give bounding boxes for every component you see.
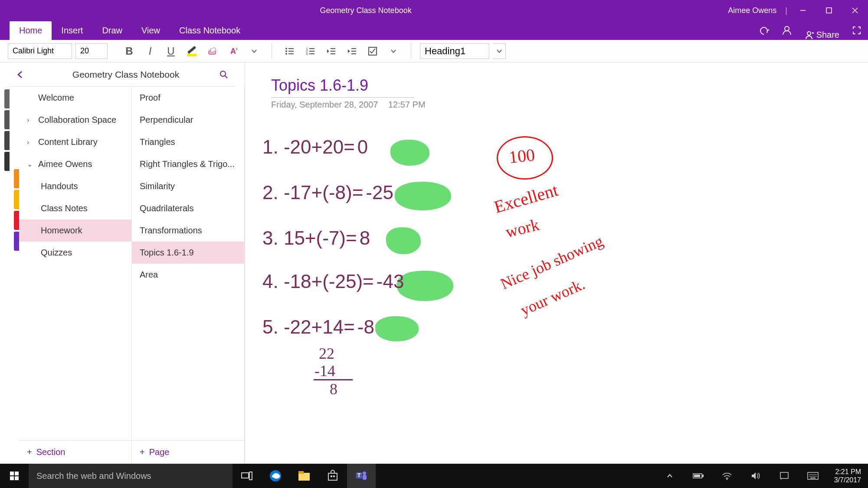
page-date: Friday, September 28, 2007 — [271, 100, 378, 109]
svg-rect-40 — [298, 471, 304, 474]
svg-rect-41 — [328, 473, 337, 480]
underline-button[interactable]: U — [162, 43, 180, 60]
page-title[interactable]: Topics 1.6-1.9 — [271, 76, 414, 98]
wifi-icon — [722, 472, 732, 480]
nav-search-button[interactable] — [219, 70, 228, 79]
sidebar-page-item[interactable]: Area — [132, 264, 244, 286]
sidebar-page-item[interactable]: Transformations — [132, 219, 244, 242]
sidebar-page-item[interactable]: Triangles — [132, 131, 244, 153]
notebook-color-tab[interactable] — [4, 152, 10, 171]
user-name[interactable]: Aimee Owens — [722, 6, 783, 15]
sidebar-section-item[interactable]: ›Collaboration Space — [19, 109, 131, 131]
sidebar-section-item[interactable]: Class Notes — [19, 197, 131, 219]
indent-icon — [347, 46, 357, 56]
share-label: Share — [816, 30, 839, 40]
sidebar-section-item[interactable]: ⌄Aimee Owens — [19, 153, 131, 175]
start-button[interactable] — [0, 464, 29, 488]
sidebar-section-item[interactable]: Quizzes — [19, 242, 131, 264]
add-section-button[interactable]: + Section — [19, 440, 131, 464]
clock-date: 3/7/2017 — [834, 476, 861, 484]
section-color-strip — [10, 87, 19, 464]
svg-point-4 — [785, 26, 789, 31]
problem-expression: -18+(-25)= — [284, 271, 374, 292]
tray-notifications[interactable] — [770, 464, 799, 488]
section-color-tab[interactable] — [14, 232, 19, 251]
feedback-line: Excellent — [491, 180, 560, 217]
more-formatting-button[interactable] — [246, 43, 263, 60]
taskbar-clock[interactable]: 2:21 PM 3/7/2017 — [827, 468, 868, 484]
chevron-down-icon: ⌄ — [27, 160, 34, 168]
sidebar-page-item[interactable]: Similarity — [132, 175, 244, 197]
folder-icon — [298, 470, 311, 481]
sidebar-section-item[interactable]: ›Content Library — [19, 131, 131, 153]
font-color-button[interactable]: A — [225, 43, 242, 60]
highlight-button[interactable] — [183, 43, 200, 60]
taskbar-teams[interactable]: T — [347, 464, 376, 488]
sidebar-page-item[interactable]: Proof — [132, 87, 244, 109]
font-size-input[interactable] — [75, 43, 108, 59]
numbered-list-button[interactable]: 123 — [301, 43, 319, 60]
maximize-button[interactable] — [816, 0, 842, 21]
nav-back-button[interactable] — [16, 71, 32, 79]
notebook-color-tab[interactable] — [4, 110, 10, 129]
sidebar-section-item[interactable]: Welcome — [19, 87, 131, 109]
close-button[interactable] — [842, 0, 868, 21]
outdent-button[interactable] — [322, 43, 340, 60]
eraser-icon — [207, 46, 218, 57]
minimize-button[interactable] — [790, 0, 816, 21]
tab-class-notebook[interactable]: Class Notebook — [170, 21, 250, 40]
section-color-tab[interactable] — [14, 190, 19, 209]
tab-insert[interactable]: Insert — [52, 21, 92, 40]
taskbar-store[interactable] — [318, 464, 347, 488]
section-color-tab[interactable] — [14, 211, 19, 230]
font-name-input[interactable] — [8, 43, 72, 59]
note-canvas[interactable]: Topics 1.6-1.9 Friday, September 28, 200… — [245, 62, 868, 464]
tab-view[interactable]: View — [132, 21, 170, 40]
window-title: Geometry Class Notebook — [10, 6, 722, 15]
tab-draw[interactable]: Draw — [92, 21, 132, 40]
problem-number: 2. — [262, 182, 284, 203]
add-page-button[interactable]: + Page — [132, 440, 244, 464]
fullscreen-button[interactable] — [845, 21, 868, 40]
section-label: Homework — [41, 226, 82, 236]
svg-rect-42 — [331, 475, 332, 477]
task-view-button[interactable] — [233, 464, 261, 488]
sidebar-page-item[interactable]: Perpendicular — [132, 109, 244, 131]
tray-keyboard[interactable] — [799, 464, 827, 488]
tray-wifi[interactable] — [713, 464, 741, 488]
notebook-color-tab[interactable] — [4, 89, 10, 108]
sidebar-page-item[interactable]: Right Triangles & Trigo... — [132, 153, 244, 175]
sidebar-section-item[interactable]: Homework — [19, 219, 131, 242]
tray-overflow[interactable] — [655, 464, 684, 488]
style-select[interactable] — [420, 43, 489, 59]
tray-battery[interactable] — [684, 464, 713, 488]
volume-icon — [751, 472, 760, 480]
bold-button[interactable]: B — [121, 43, 138, 60]
section-label: Welcome — [38, 93, 74, 103]
chevron-down-icon — [390, 48, 397, 55]
section-color-tab[interactable] — [14, 169, 19, 188]
undo-button[interactable] — [753, 21, 776, 40]
tab-home[interactable]: Home — [10, 21, 52, 40]
indent-button[interactable] — [343, 43, 360, 60]
style-dropdown-button[interactable] — [493, 43, 506, 59]
sidebar-page-item[interactable]: Quadrilaterals — [132, 197, 244, 219]
chevron-left-icon — [16, 71, 24, 79]
tags-dropdown-button[interactable] — [385, 43, 402, 60]
taskbar-edge[interactable] — [261, 464, 290, 488]
notebook-color-tab[interactable] — [4, 131, 10, 150]
sidebar-page-item[interactable]: Topics 1.6-1.9 — [132, 242, 244, 264]
search-icon — [219, 70, 228, 79]
share-button[interactable]: Share — [798, 30, 845, 40]
tray-volume[interactable] — [741, 464, 770, 488]
taskbar-file-explorer[interactable] — [290, 464, 318, 488]
todo-tag-button[interactable] — [364, 43, 381, 60]
bullet-list-button[interactable] — [281, 43, 298, 60]
homework-problem: 5. -22+14=-8 — [262, 316, 374, 338]
eraser-button[interactable] — [204, 43, 221, 60]
italic-button[interactable]: I — [141, 43, 159, 60]
bullet-list-icon — [284, 46, 295, 56]
taskbar-search[interactable]: Search the web and Windows — [29, 464, 233, 488]
account-icon[interactable] — [776, 21, 798, 40]
sidebar-section-item[interactable]: Handouts — [19, 175, 131, 197]
